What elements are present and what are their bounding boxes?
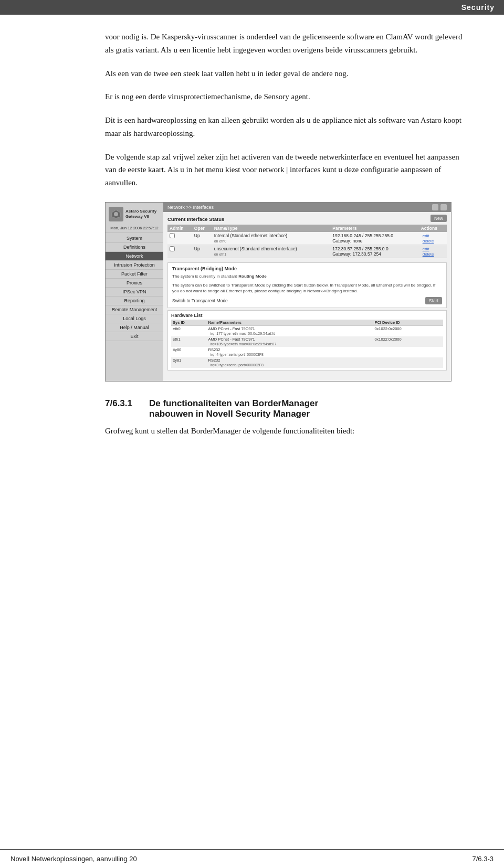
ss-hw-col-pci: PCI Device ID xyxy=(373,320,443,326)
ss-col-admin: Admin xyxy=(167,225,192,232)
ss-interface-section: Current Interface Status New Admin Oper … xyxy=(163,212,451,260)
ss-menu-remote[interactable]: Remote Management xyxy=(106,305,163,314)
ss-menu-system[interactable]: System xyxy=(106,234,163,243)
screenshot-box: Astaro Security Gateway V8 Mon, Jun 12 2… xyxy=(105,202,452,382)
body-para1: voor nodig is. De Kaspersky-virusscanner… xyxy=(105,30,472,57)
main-content: voor nodig is. De Kaspersky-virusscanner… xyxy=(0,15,504,460)
ss-col-name: Name/Type xyxy=(212,225,331,232)
table-row: Up unsecurenet (Standard ethernet interf… xyxy=(167,245,447,258)
ss-menu-ipsec[interactable]: IPSec VPN xyxy=(106,288,163,297)
ss-hw-title: Hardware List xyxy=(171,313,443,318)
footer-right: 7/6.3-3 xyxy=(472,855,494,863)
ss-interface-title: Current Interface Status xyxy=(167,216,224,222)
table-row: tty81 RS232irq=3 type=serial port=000002… xyxy=(171,357,443,368)
ss-hw-eth1-id: eth1 xyxy=(171,336,206,347)
ss-menu-logs[interactable]: Local Logs xyxy=(106,314,163,323)
ss-row2-name: unsecurenet (Standard ethernet interface… xyxy=(212,245,331,258)
ss-hw-eth0-name: AMD PCnet - Fast 79C971irq=177 type=eth … xyxy=(206,326,373,337)
ss-hw-eth1-name: AMD PCnet - Fast 79C971irq=185 type=eth … xyxy=(206,336,373,347)
section-heading: 7/6.3.1 De functionaliteiten van BorderM… xyxy=(105,398,472,419)
ss-mode-description: The system can be switched to Transparen… xyxy=(172,282,442,294)
ss-interface-table: Admin Oper Name/Type Parameters Actions … xyxy=(167,225,447,258)
ss-row1-oper: Up xyxy=(192,232,212,245)
ss-hw-eth0-pci: 0x1022:0x2000 xyxy=(373,326,443,337)
ss-hw-col-name: Name/Parameters xyxy=(206,320,373,326)
ss-menu-network[interactable]: Network xyxy=(106,252,163,261)
ss-hw-eth1-pci: 0x1022:0x2000 xyxy=(373,336,443,347)
section-title: De functionaliteiten van BorderManager n… xyxy=(149,398,318,419)
section-body-text: Grofweg kunt u stellen dat BorderManager… xyxy=(105,425,472,438)
body-para4: Dit is een hardwareoplossing en kan alle… xyxy=(105,114,472,140)
ss-topbar-path: Network >> Interfaces xyxy=(167,205,214,210)
ss-mode-status: The system is currently in standard Rout… xyxy=(172,273,442,279)
ss-hw-table: Sys ID Name/Parameters PCI Device ID eth… xyxy=(171,320,443,368)
ss-refresh-icon[interactable] xyxy=(432,204,438,210)
ss-row2-admin xyxy=(167,245,192,258)
ss-menu-proxies[interactable]: Proxies xyxy=(106,279,163,288)
ss-menu-intrusion[interactable]: Intrusion Protection xyxy=(106,261,163,270)
table-row: eth0 AMD PCnet - Fast 79C971irq=177 type… xyxy=(171,326,443,337)
table-row: eth1 AMD PCnet - Fast 79C971irq=185 type… xyxy=(171,336,443,347)
ss-row1-params: 192.168.0.245 / 255.255.255.0Gateway: no… xyxy=(330,232,418,245)
ss-mode-section: Transparent (Bridging) Mode The system i… xyxy=(167,262,447,309)
ss-hw-tty81-name: RS232irq=3 type=serial port=000002F8 xyxy=(206,357,373,368)
ss-mode-title: Transparent (Bridging) Mode xyxy=(172,266,442,271)
ss-row2-actions: edit delete xyxy=(419,245,447,258)
ss-delete-link-1[interactable]: delete xyxy=(423,239,434,244)
body-para2: Als een van de twee een steek laat valle… xyxy=(105,67,472,80)
ss-hw-tty80-id: tty80 xyxy=(171,347,206,357)
ss-main-panel: Network >> Interfaces Current Interface … xyxy=(163,203,451,381)
body-para5: De volgende stap zal vrijwel zeker zijn … xyxy=(105,151,472,189)
ss-sidebar: Astaro Security Gateway V8 Mon, Jun 12 2… xyxy=(106,203,163,381)
ss-menu-definitions[interactable]: Definitions xyxy=(106,243,163,252)
ss-row2-oper: Up xyxy=(192,245,212,258)
ss-menu-packetfilter[interactable]: Packet Filter xyxy=(106,270,163,279)
ss-logo-icon xyxy=(109,207,123,221)
ss-delete-link-2[interactable]: delete xyxy=(423,252,434,257)
ss-home-icon[interactable] xyxy=(440,204,447,210)
ss-topbar-icons xyxy=(432,204,447,210)
ss-hw-tty80-name: RS232irq=4 type=serial port=000003F8 xyxy=(206,347,373,357)
ss-row1-actions: edit delete xyxy=(419,232,447,245)
ss-row1-name: Internal (Standard ethernet interface)on… xyxy=(212,232,331,245)
ss-mode-switch-label: Switch to Transparent Mode xyxy=(172,298,228,303)
ss-mode-row: Switch to Transparent Mode Start xyxy=(172,297,442,304)
table-row: Up Internal (Standard ethernet interface… xyxy=(167,232,447,245)
body-para3: Er is nog een derde virusprotectiemechan… xyxy=(105,90,472,103)
ss-menu-reporting[interactable]: Reporting xyxy=(106,297,163,305)
ss-hw-eth0-id: eth0 xyxy=(171,326,206,337)
ss-col-oper: Oper xyxy=(192,225,212,232)
ss-hw-tty81-id: tty81 xyxy=(171,357,206,368)
ss-col-actions: Actions xyxy=(419,225,447,232)
ss-hw-section: Hardware List Sys ID Name/Parameters PCI… xyxy=(167,310,447,371)
ss-start-button[interactable]: Start xyxy=(425,297,442,304)
ss-outer: Astaro Security Gateway V8 Mon, Jun 12 2… xyxy=(106,203,451,381)
ss-edit-link-2[interactable]: edit xyxy=(423,247,429,251)
svg-point-1 xyxy=(114,212,118,216)
table-row: tty80 RS232irq=4 type=serial port=000003… xyxy=(171,347,443,357)
ss-hw-col-sysid: Sys ID xyxy=(171,320,206,326)
footer-left: Novell Netwerkoplossingen, aanvulling 20 xyxy=(10,855,137,863)
ss-row1-admin xyxy=(167,232,192,245)
ss-menu-help[interactable]: Help / Manual xyxy=(106,323,163,332)
header-bar: Security xyxy=(0,0,504,15)
section-number: 7/6.3.1 xyxy=(105,398,142,409)
ss-topbar: Network >> Interfaces xyxy=(163,203,451,212)
header-title: Security xyxy=(461,3,495,12)
ss-logo-area: Astaro Security Gateway V8 xyxy=(106,203,163,224)
ss-edit-link-1[interactable]: edit xyxy=(423,234,429,238)
ss-row2-params: 172.30.57.253 / 255.255.0.0Gateway: 172.… xyxy=(330,245,418,258)
ss-menu-exit[interactable]: Exit xyxy=(106,332,163,341)
ss-logo-text: Astaro Security Gateway V8 xyxy=(125,209,156,219)
ss-col-params: Parameters xyxy=(330,225,418,232)
ss-hw-tty80-pci xyxy=(373,347,443,357)
ss-hw-tty81-pci xyxy=(373,357,443,368)
footer: Novell Netwerkoplossingen, aanvulling 20… xyxy=(0,849,504,868)
ss-datetime: Mon, Jun 12 2006 22:57:12 xyxy=(106,224,163,233)
ss-new-button[interactable]: New xyxy=(430,215,447,222)
